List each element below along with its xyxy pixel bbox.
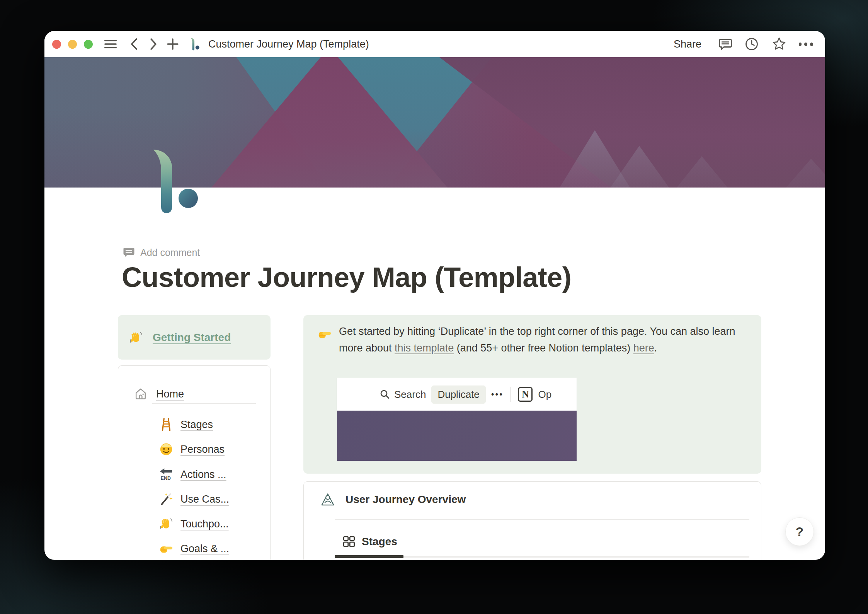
getting-started-link[interactable]: Getting Started [153,331,231,344]
user-journey-overview-card: User Journey Overview Stages [303,481,761,560]
share-button[interactable]: Share [674,31,701,57]
close-window-button[interactable] [52,40,61,49]
nav-item-use-cases[interactable]: Use Cas... [159,491,229,508]
embed-more-ellipsis: ••• [491,389,504,399]
duplicate-instruction-image[interactable]: Search Duplicate ••• N Op [337,378,577,461]
svg-text:END: END [161,476,171,481]
home-link[interactable]: Home [134,387,184,401]
nav-item-goals[interactable]: Goals & ... [159,540,229,557]
ladder-emoji [159,417,174,432]
menu-icon[interactable] [103,31,118,57]
embed-cover-area [337,411,577,461]
nav-item-label: Stages [180,419,213,431]
active-tab-indicator [335,555,403,558]
desktop-backdrop: { "titlebar": { "title": "Customer Journ… [0,0,868,614]
nav-item-label: Use Cas... [180,493,229,505]
embed-topbar: Search Duplicate ••• N Op [337,378,577,411]
smiley-face-emoji [159,442,174,457]
end-arrow-emoji: END [159,467,174,482]
waving-hand-emoji [129,330,143,345]
embed-duplicate-button: Duplicate [431,385,485,404]
pointing-right-emoji [317,327,332,341]
nav-item-touchpoints[interactable]: Touchpo... [159,515,229,532]
home-icon [134,387,148,401]
forward-icon[interactable] [146,31,161,57]
nav-item-label: Touchpo... [180,518,229,530]
new-tab-icon[interactable] [165,31,180,57]
here-link[interactable]: here [633,342,654,354]
embed-search-label: Search [394,389,426,401]
nav-item-label: Goals & ... [180,543,229,555]
comment-icon[interactable] [717,36,734,52]
titlebar: Customer Journey Map (Template) Share [44,31,825,57]
favorite-star-icon[interactable] [771,36,788,52]
grid-gallery-icon [342,535,356,548]
waving-hand-emoji [159,517,174,531]
callout-text: Get started by hitting ‘Duplicate’ in th… [339,323,741,356]
nav-item-stages[interactable]: Stages [159,416,213,433]
history-clock-icon[interactable] [743,36,760,52]
minimize-window-button[interactable] [68,40,77,49]
comment-bubble-icon [123,247,135,259]
nav-item-personas[interactable]: Personas [159,441,225,458]
nav-item-label: Actions ... [180,469,226,481]
notion-logo-icon: N [518,387,533,402]
pointing-right-emoji [159,541,174,556]
tab-stages[interactable]: Stages [342,535,397,548]
embed-search: Search [380,389,426,401]
zoom-window-button[interactable] [84,40,93,49]
page-title[interactable]: Customer Journey Map (Template) [122,261,779,293]
page-logo[interactable] [153,147,199,215]
duplicate-callout: Get started by hitting ‘Duplicate’ in th… [303,315,761,474]
more-ellipsis-icon[interactable] [797,36,814,52]
this-template-link[interactable]: this template [395,342,454,354]
tab-stages-label: Stages [362,536,397,548]
nav-item-actions[interactable]: END Actions ... [159,466,226,483]
person-triangle-icon [320,492,335,507]
home-label: Home [156,388,184,400]
callout-text-part: (and 55+ other free Notion templates) [454,342,633,354]
search-icon [380,389,390,400]
getting-started-callout: Getting Started [118,315,271,360]
notion-window: Customer Journey Map (Template) Share [44,31,825,560]
nav-item-label: Personas [180,443,225,455]
app-logo-icon [188,31,202,57]
overview-divider [335,519,749,520]
callout-text-part: . [654,342,657,354]
nav-divider [152,403,256,404]
add-comment-button[interactable]: Add comment [123,247,200,259]
add-comment-label: Add comment [140,247,200,258]
overview-title: User Journey Overview [345,493,466,506]
window-title: Customer Journey Map (Template) [208,31,369,57]
back-icon[interactable] [126,31,142,57]
magic-wand-emoji [159,492,174,507]
embed-divider [511,387,511,402]
embed-open-label: Op [538,389,551,401]
help-button[interactable]: ? [785,517,814,546]
tab-bar-track [403,556,749,558]
home-nav-card: Home Stages Personas END Actions [118,365,271,560]
